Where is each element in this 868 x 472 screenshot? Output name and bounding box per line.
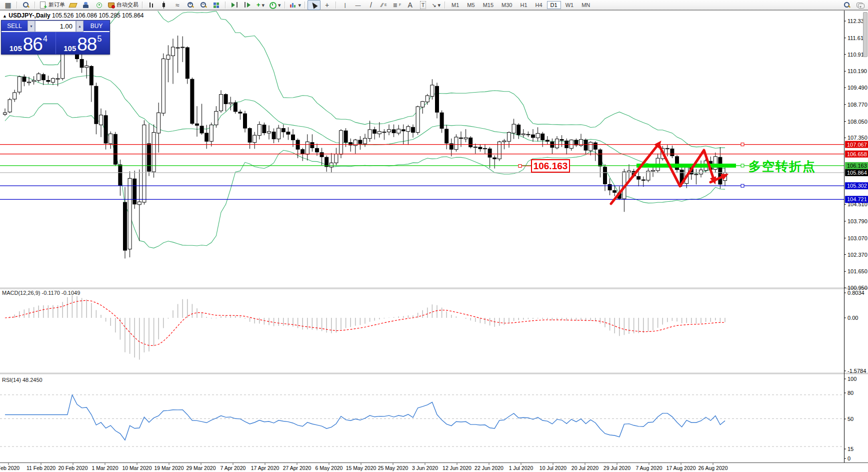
signals-icon[interactable] (92, 0, 106, 10)
svg-text:7 Aug 2020: 7 Aug 2020 (636, 465, 662, 471)
main-toolbar: ▦ + 新订单 自动交易 ≈ + − +▾ ▾ ▾ + | — / ⁄⁄E ≣F… (0, 0, 868, 10)
candlestick-chart-icon[interactable] (158, 0, 171, 10)
chart-list-icon[interactable]: ▦ (2, 0, 14, 10)
svg-text:25 May 2020: 25 May 2020 (378, 465, 408, 471)
dropdown-arrow-icon: ▾ (438, 2, 440, 9)
svg-text:17 Apr 2020: 17 Apr 2020 (251, 465, 280, 471)
symbol-period: USDJPY-,Daily (8, 12, 50, 19)
svg-text:27 Apr 2020: 27 Apr 2020 (283, 465, 312, 471)
dropdown-arrow-icon: ▾ (278, 2, 281, 9)
timeframe-group: M1M5M15M30H1H4D1W1MN (448, 1, 594, 9)
price-chart: 106.163多空转折点112.330111.610110.910110.190… (0, 0, 868, 472)
svg-text:103.070: 103.070 (848, 235, 868, 241)
svg-text:6 May 2020: 6 May 2020 (316, 465, 343, 471)
svg-text:80: 80 (848, 390, 854, 396)
svg-text:29 Mar 2020: 29 Mar 2020 (186, 465, 216, 471)
toolbar-separator (225, 2, 226, 9)
svg-text:1 Jul 2020: 1 Jul 2020 (509, 465, 534, 471)
tile-windows-icon[interactable] (210, 0, 223, 10)
timeframe-w1[interactable]: W1 (562, 1, 578, 9)
timeframe-m15[interactable]: M15 (480, 1, 497, 9)
chat-icon[interactable] (854, 0, 866, 10)
line-chart-icon[interactable]: ≈ (171, 0, 184, 10)
volume-input[interactable]: 1.00 (35, 21, 76, 32)
sell-price[interactable]: 105 86 4 (2, 32, 56, 54)
arrows-tool[interactable]: ↘▾ (430, 0, 442, 10)
toolbar-separator (444, 2, 446, 9)
turning-point-band[interactable] (636, 164, 736, 168)
trendline-tool[interactable]: / (364, 0, 378, 10)
channel-tool[interactable]: ⁄⁄E (378, 0, 390, 10)
toolbar-separator (336, 2, 336, 9)
text-label-tool[interactable]: T (416, 0, 430, 10)
auto-scroll-icon[interactable] (228, 0, 241, 10)
svg-text:105.302: 105.302 (847, 183, 867, 189)
autotrading-label: 自动交易 (116, 1, 138, 9)
svg-text:Feb 2020: Feb 2020 (0, 465, 20, 471)
line-handle[interactable] (741, 164, 744, 167)
svg-text:-1.5784: -1.5784 (848, 368, 866, 374)
svg-text:7 Apr 2020: 7 Apr 2020 (220, 465, 246, 471)
indicators-add-icon[interactable]: +▾ (254, 0, 267, 10)
svg-text:15 May 2020: 15 May 2020 (346, 465, 376, 471)
timeframe-m5[interactable]: M5 (464, 1, 478, 9)
history-center-icon[interactable] (66, 0, 80, 10)
svg-text:108.050: 108.050 (848, 119, 868, 125)
svg-text:100: 100 (848, 376, 856, 382)
fibonacci-tool[interactable]: ≣F (390, 0, 404, 10)
toolbar-separator (284, 2, 286, 9)
crosshair-tool[interactable]: + (320, 0, 334, 10)
svg-text:17 Aug 2020: 17 Aug 2020 (666, 465, 696, 471)
horizontal-line-tool[interactable]: — (352, 0, 364, 10)
svg-text:106.658: 106.658 (847, 151, 867, 157)
vertical-line-tool[interactable]: | (338, 0, 352, 10)
timeframe-mn[interactable]: MN (578, 1, 594, 9)
svg-text:26 Aug 2020: 26 Aug 2020 (698, 465, 728, 471)
svg-text:29 Jul 2020: 29 Jul 2020 (604, 465, 630, 471)
rsi-indicator-label: RSI(14) 48.2450 (2, 377, 42, 383)
toolbar-separator (304, 2, 306, 9)
svg-text:12 Jun 2020: 12 Jun 2020 (442, 465, 472, 471)
timeframe-h1[interactable]: H1 (516, 1, 530, 9)
timeframe-m1[interactable]: M1 (448, 1, 462, 9)
svg-text:101.650: 101.650 (848, 268, 868, 274)
svg-text:0.8034: 0.8034 (848, 290, 864, 296)
collapse-arrow-icon[interactable]: ▲ (2, 14, 7, 19)
timeframe-h4[interactable]: H4 (532, 1, 546, 9)
new-order-button[interactable]: + 新订单 (38, 0, 66, 10)
cursor-icon (310, 1, 318, 9)
timeframe-d1[interactable]: D1 (547, 1, 561, 9)
autotrading-button[interactable]: 自动交易 (106, 0, 140, 10)
turning-point-label[interactable]: 多空转折点 (748, 159, 816, 173)
line-handle[interactable] (741, 143, 744, 146)
bar-chart-icon[interactable] (145, 0, 158, 10)
svg-text:104.721: 104.721 (847, 196, 867, 202)
volume-decrease-button[interactable]: ▼ (28, 21, 35, 32)
search-icon[interactable] (840, 0, 854, 10)
window-preview-icon[interactable] (20, 0, 32, 10)
svg-text:103.790: 103.790 (848, 218, 868, 224)
timeframe-m30[interactable]: M30 (498, 1, 516, 9)
line-handle[interactable] (741, 184, 744, 187)
volume-increase-button[interactable]: ▲ (76, 21, 84, 32)
svg-text:19 Mar 2020: 19 Mar 2020 (154, 465, 184, 471)
svg-text:107.350: 107.350 (848, 135, 868, 141)
chart-template-icon[interactable]: ▾ (288, 0, 303, 10)
buy-price[interactable]: 105 88 5 (56, 32, 110, 54)
svg-text:0.00: 0.00 (848, 315, 858, 321)
buy-button[interactable]: BUY (84, 21, 110, 32)
accounts-icon[interactable] (80, 0, 92, 10)
svg-text:11 Feb 2020: 11 Feb 2020 (26, 465, 56, 471)
sell-button[interactable]: SELL (2, 21, 28, 32)
zoom-in-icon[interactable]: + (184, 0, 197, 10)
chart-shift-icon[interactable] (241, 0, 254, 10)
svg-text:108.770: 108.770 (848, 102, 868, 108)
vertical-scrollbar-thumb[interactable] (863, 12, 868, 57)
zoom-out-icon[interactable]: − (197, 0, 210, 10)
svg-text:10 Jul 2020: 10 Jul 2020 (540, 465, 566, 471)
cursor-tool[interactable] (308, 0, 320, 10)
svg-text:1 Mar 2020: 1 Mar 2020 (92, 465, 118, 471)
period-clock-icon[interactable]: ▾ (267, 0, 282, 10)
text-tool[interactable]: A (404, 0, 416, 10)
toolbar-separator (34, 2, 36, 9)
